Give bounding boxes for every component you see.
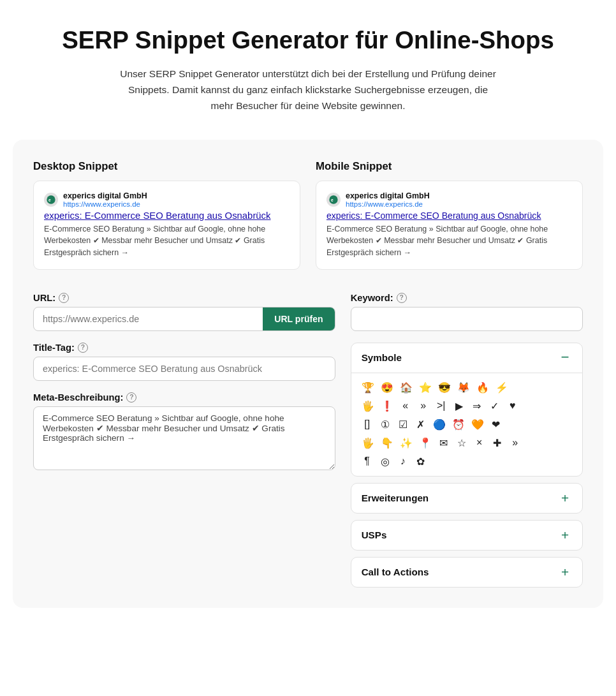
meta-desc-textarea[interactable]: E-Commerce SEO Beratung » Sichtbar auf G…	[33, 406, 335, 470]
mobile-snippet-title[interactable]: experics: E-Commerce SEO Beratung aus Os…	[326, 211, 572, 221]
desktop-site-row: e experics digital GmbH https://www.expe…	[44, 191, 290, 208]
keyword-input[interactable]	[351, 307, 583, 331]
bottom-right-col: Symbole − 🏆 😍 🏠 ⭐ 😎 🦊 🔥 ⚡	[351, 343, 583, 588]
symbol-plus[interactable]: ✚	[490, 435, 504, 451]
symbol-check[interactable]: ✓	[488, 398, 502, 414]
bottom-row: Title-Tag: ? Meta-Beschreibung: ? E-Comm…	[33, 343, 583, 588]
symbol-red-heart[interactable]: ❤	[489, 417, 503, 433]
meta-desc-help-icon[interactable]: ?	[126, 392, 136, 403]
meta-desc-label: Meta-Beschreibung: ?	[33, 392, 335, 403]
symbol-star[interactable]: ⭐	[418, 380, 433, 396]
symbol-darr[interactable]: ⇒	[470, 398, 484, 414]
url-check-button[interactable]: URL prüfen	[263, 307, 334, 330]
mobile-site-row: e experics digital GmbH https://www.expe…	[326, 191, 572, 208]
title-tag-input[interactable]	[33, 357, 335, 381]
main-card: Desktop Snippet e experics digital GmbH …	[13, 140, 603, 608]
symbols-grid: 🏆 😍 🏠 ⭐ 😎 🦊 🔥 ⚡ 🖐 ❗ «	[351, 373, 582, 476]
hero-subtitle: Unser SERP Snippet Generator unterstützt…	[117, 66, 499, 114]
title-tag-label: Title-Tag: ?	[33, 343, 335, 353]
symbols-panel: Symbole − 🏆 😍 🏠 ⭐ 😎 🦊 🔥 ⚡	[351, 343, 583, 477]
symbol-hand2[interactable]: 🖐	[360, 435, 376, 451]
symbol-flower[interactable]: ✿	[414, 454, 428, 470]
keyword-help-icon[interactable]: ?	[397, 293, 407, 303]
svg-point-2	[329, 195, 337, 204]
symbols-toggle-icon[interactable]: −	[558, 351, 572, 365]
title-tag-field: Title-Tag: ?	[33, 343, 335, 381]
symbol-bullseye[interactable]: ◎	[378, 454, 392, 470]
bottom-left-col: Title-Tag: ? Meta-Beschreibung: ? E-Comm…	[33, 343, 335, 473]
erweiterungen-header[interactable]: Erweiterungen +	[351, 484, 582, 513]
url-input[interactable]	[34, 307, 263, 330]
call-to-actions-panel: Call to Actions +	[351, 557, 583, 588]
symbols-panel-header[interactable]: Symbole −	[351, 343, 582, 373]
keyword-field-col: Keyword: ?	[351, 293, 583, 331]
symbol-times[interactable]: ×	[473, 435, 487, 451]
url-keyword-row: URL: ? URL prüfen Keyword: ?	[33, 293, 583, 331]
symbol-one-circle[interactable]: ①	[378, 417, 392, 433]
symbol-pilcrow[interactable]: ¶	[360, 454, 374, 470]
symbol-raquo[interactable]: »	[416, 398, 430, 414]
desktop-snippet-desc: E-Commerce SEO Beratung » Sichtbar auf G…	[44, 223, 290, 259]
symbol-gt-pipe[interactable]: >|	[434, 398, 448, 414]
usps-panel: USPs +	[351, 520, 583, 551]
desktop-snippet-col: Desktop Snippet e experics digital GmbH …	[33, 160, 300, 270]
symbol-pin[interactable]: 📍	[418, 435, 433, 451]
symbol-trophy[interactable]: 🏆	[360, 380, 376, 396]
symbol-checkbox[interactable]: ☑	[396, 417, 410, 433]
desktop-site-info: experics digital GmbH https://www.experi…	[63, 191, 147, 208]
url-help-icon[interactable]: ?	[59, 293, 69, 303]
symbol-music[interactable]: ♪	[396, 454, 410, 470]
symbol-orange-heart[interactable]: 🧡	[470, 417, 485, 433]
symbol-mail[interactable]: ✉	[437, 435, 451, 451]
symbol-clock[interactable]: ⏰	[451, 417, 466, 433]
symbol-heart-eyes[interactable]: 😍	[379, 380, 395, 396]
mobile-snippet-desc: E-Commerce SEO Beratung » Sichtbar auf G…	[326, 223, 572, 259]
symbol-exclaim[interactable]: ❗	[379, 398, 395, 414]
symbol-double-right[interactable]: »	[508, 435, 522, 451]
symbol-laquo[interactable]: «	[399, 398, 413, 414]
mobile-snippet-label: Mobile Snippet	[316, 160, 583, 173]
mobile-snippet-preview: e experics digital GmbH https://www.expe…	[316, 181, 583, 270]
mobile-site-info: experics digital GmbH https://www.experi…	[346, 191, 430, 208]
call-to-actions-toggle-icon[interactable]: +	[558, 565, 572, 579]
symbol-cross[interactable]: ✗	[414, 417, 428, 433]
symbol-brackets[interactable]: []	[360, 417, 374, 433]
call-to-actions-title: Call to Actions	[362, 566, 429, 577]
symbol-heart[interactable]: ♥	[506, 398, 520, 414]
keyword-label: Keyword: ?	[351, 293, 583, 303]
title-tag-help-icon[interactable]: ?	[78, 343, 88, 353]
desktop-snippet-title[interactable]: experics: E-Commerce SEO Beratung aus Os…	[44, 211, 290, 221]
hero-section: SERP Snippet Generator für Online-Shops …	[13, 26, 603, 114]
symbol-fire[interactable]: 🔥	[475, 380, 490, 396]
call-to-actions-header[interactable]: Call to Actions +	[351, 558, 582, 587]
mobile-site-url: https://www.experics.de	[346, 200, 430, 208]
desktop-snippet-preview: e experics digital GmbH https://www.expe…	[33, 181, 300, 270]
mobile-site-name: experics digital GmbH	[346, 191, 430, 200]
usps-toggle-icon[interactable]: +	[558, 528, 572, 542]
erweiterungen-title: Erweiterungen	[362, 492, 429, 503]
usps-header[interactable]: USPs +	[351, 521, 582, 550]
symbol-fox[interactable]: 🦊	[456, 380, 471, 396]
symbols-row-1: 🏆 😍 🏠 ⭐ 😎 🦊 🔥 ⚡	[360, 380, 573, 396]
desktop-site-name: experics digital GmbH	[63, 191, 147, 200]
meta-desc-field: Meta-Beschreibung: ? E-Commerce SEO Bera…	[33, 392, 335, 473]
symbol-blue-circle[interactable]: 🔵	[432, 417, 447, 433]
symbol-star-outline[interactable]: ☆	[455, 435, 469, 451]
symbols-row-3: [] ① ☑ ✗ 🔵 ⏰ 🧡 ❤	[360, 417, 573, 433]
desktop-favicon: e	[44, 193, 58, 207]
symbol-hand[interactable]: 🖐	[360, 398, 376, 414]
symbols-row-2: 🖐 ❗ « » >| ▶ ⇒ ✓ ♥	[360, 398, 573, 414]
symbol-play[interactable]: ▶	[452, 398, 466, 414]
desktop-snippet-label: Desktop Snippet	[33, 160, 300, 173]
symbols-panel-title: Symbole	[362, 352, 402, 363]
symbol-sparkles[interactable]: ✨	[399, 435, 414, 451]
mobile-favicon: e	[326, 193, 341, 207]
symbols-row-4: 🖐 👇 ✨ 📍 ✉ ☆ × ✚ »	[360, 435, 573, 451]
symbol-lightning[interactable]: ⚡	[494, 380, 510, 396]
symbol-house[interactable]: 🏠	[399, 380, 414, 396]
erweiterungen-toggle-icon[interactable]: +	[558, 491, 572, 505]
symbols-row-5: ¶ ◎ ♪ ✿	[360, 454, 573, 470]
symbol-point-down[interactable]: 👇	[379, 435, 395, 451]
svg-text:e: e	[331, 197, 334, 202]
symbol-cool[interactable]: 😎	[437, 380, 452, 396]
